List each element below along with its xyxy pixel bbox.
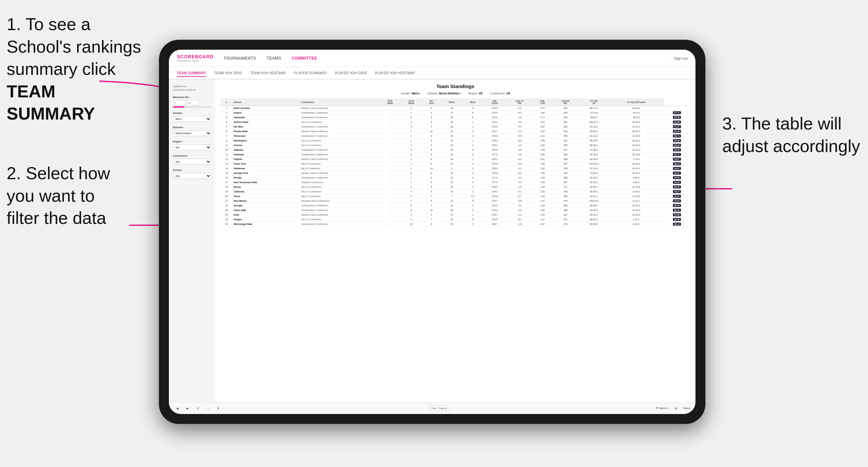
sign-out-button[interactable]: Sign out [674, 56, 687, 60]
share-icon-button[interactable]: ⬆ [215, 406, 222, 411]
filter-conference-select[interactable]: (All) [173, 159, 211, 165]
back-button[interactable]: ◀ [174, 406, 181, 411]
cell-school: Oregon [232, 217, 300, 222]
cell-rank: 8 [221, 138, 232, 143]
cell-conf-rank: 2 [401, 143, 422, 148]
refresh-button[interactable]: ↺ [195, 406, 202, 411]
cell-wins: 4 [462, 129, 483, 134]
table-row[interactable]: 6 Florida State Atlantic Coast Conferenc… [221, 129, 690, 134]
cell-vs25: 10-23-0 [609, 213, 664, 217]
score-badge: 91.27 [673, 125, 681, 128]
filter-division-select[interactable]: NCAA Division I NCAA Division II [173, 130, 211, 136]
table-row[interactable]: 8 Washington Pac-12 Conference - 2 8 23 … [221, 138, 690, 143]
cell-adj-par: -1.4 [506, 185, 533, 189]
table-row[interactable]: 2 Auburn Southeastern Conference - 1 9 2… [221, 111, 690, 115]
view-original-button[interactable]: View: Original [428, 405, 449, 411]
table-row[interactable]: 9 Arizona Pac-12 Conference - 2 8 23 2 2… [221, 143, 690, 148]
table-row[interactable]: 19 California Pac-12 Conference - 4 8 24… [221, 189, 690, 194]
tablet: SCOREBOARD Powered by clippd TOURNAMENTS… [159, 40, 705, 424]
min-rounds-input-1[interactable] [173, 100, 185, 105]
table-row[interactable]: 26 Mississippi State Southeastern Confer… [221, 222, 690, 226]
score-badge: 89.71 [673, 134, 681, 137]
table-row[interactable]: 20 Texas Big 12 Conference - 3 7 7 0.7 2… [221, 194, 690, 199]
cell-avg-par: 0.97 [533, 222, 552, 226]
sub-nav-player-h2h-grid[interactable]: PLAYER H2H GRID [335, 70, 367, 76]
nav-tournaments[interactable]: TOURNAMENTS [223, 55, 256, 62]
sub-nav-team-summary[interactable]: TEAM SUMMARY [177, 70, 206, 77]
table-row[interactable]: 24 Duke Atlantic Coast Conference - 5 9 … [221, 213, 690, 217]
cell-conference: Big 12 Conference [300, 166, 379, 171]
table-row[interactable]: 7 Tennessee Southeastern Conference - 4 … [221, 134, 690, 138]
table-row[interactable]: 18 Illinois Big Ten Conference - 1 9 23 … [221, 185, 690, 189]
conference-filter-summary: Conference: All [490, 92, 510, 95]
table-row[interactable]: 22 Georgia Southeastern Conference - 8 7… [221, 204, 690, 208]
cell-overall: 95-29-2 [579, 129, 609, 134]
cell-wins: 2 [462, 162, 483, 166]
table-row[interactable]: 17 East Tennessee State Southern Confere… [221, 180, 690, 185]
cell-conference: Southeastern Conference [300, 125, 379, 129]
cell-school: Florida State [232, 129, 300, 134]
sub-nav-team-h2h-grid[interactable]: TEAM H2H GRID [214, 70, 242, 76]
table-row[interactable]: 11 Arkansas Southeastern Conference - 4 … [221, 152, 690, 157]
filter-region-select[interactable]: N/A All [173, 145, 211, 150]
cell-no-tour: 8 [422, 222, 441, 226]
cell-adj-score: 276.9 [483, 148, 506, 152]
sub-nav-player-summary[interactable]: PLAYER SUMMARY [294, 70, 327, 76]
filter-gender-label: Gender [173, 112, 211, 115]
table-row[interactable]: 12 Virginia Atlantic Coast Conference - … [221, 157, 690, 162]
cell-avg-low: 267 [552, 180, 579, 185]
cell-conference: Atlantic Coast Conference [300, 129, 379, 134]
filter-school-select[interactable]: (All) [173, 173, 211, 179]
score-badge: 90.58 [673, 116, 681, 119]
watch-button[interactable]: 👁 Watch ▾ [656, 407, 669, 410]
cell-avg-par: 1.44 [533, 194, 552, 199]
table-row[interactable]: 21 New Mexico Mountain West Conference -… [221, 199, 690, 204]
filter-region: Region N/A All [173, 140, 211, 150]
cell-adj-par: -4.6 [506, 143, 533, 148]
cell-overall: 90-51-2 [579, 213, 609, 217]
cell-overall: 83-25-1 [579, 189, 609, 194]
forward-button[interactable]: ▶ [184, 406, 191, 411]
table-row[interactable]: 23 Texas A&M Southeastern Conference - 9… [221, 208, 690, 213]
cell-conf-rank: 5 [401, 213, 422, 217]
share-button[interactable]: Share [683, 407, 690, 410]
cell-school: Texas A&M [232, 208, 300, 213]
filter-division-label: Division [173, 126, 211, 129]
cell-rank: 12 [221, 157, 232, 162]
cell-conference: Atlantic Coast Conference [300, 157, 379, 162]
cell-overall: 86-25-1 [579, 138, 609, 143]
nav-teams[interactable]: TEAMS [267, 55, 281, 62]
step1-bold: TEAM SUMMARY [7, 82, 95, 124]
table-row[interactable]: 10 Alabama Southeastern Conference - 5 8… [221, 148, 690, 152]
cell-vs50-points: 90.16 [664, 180, 690, 185]
table-header-row: # School Conference RegRank ConfRank NoT… [221, 98, 690, 106]
cell-conference: Atlantic Coast Conference [300, 213, 379, 217]
table-row[interactable]: 4 Arizona State Pac-12 Conference - 1 8 … [221, 120, 690, 125]
table-row[interactable]: 3 Vanderbilt Southeastern Conference - 2… [221, 115, 690, 120]
filter-gender-select[interactable]: Men's Women's [173, 116, 211, 122]
table-row[interactable]: 5 Ole Miss Southeastern Conference - 3 6… [221, 125, 690, 129]
nav-committee[interactable]: COMMITTEE [292, 55, 317, 62]
cell-vs50-points: 89.29 [664, 129, 690, 134]
table-row[interactable]: 13 Texas Tech Big 12 Conference - 1 9 27… [221, 162, 690, 166]
cell-avg-par: 1.63 [533, 176, 552, 180]
cell-avg-low: 264 [552, 129, 579, 134]
table-row[interactable]: 16 Florida Southeastern Conference - 7 9… [221, 176, 690, 180]
cell-conference: Southeastern Conference [300, 208, 379, 213]
grid-icon-button[interactable]: ⊞ [673, 406, 679, 411]
score-badge: 89.34 [673, 185, 681, 188]
home-button[interactable]: ⌂ [205, 406, 211, 411]
table-row[interactable]: 15 Georgia Tech Atlantic Coast Conferenc… [221, 171, 690, 176]
cell-wins: 2 [462, 134, 483, 138]
sub-nav-player-h2h-heatmap[interactable]: PLAYER H2H HEATMAP [375, 70, 415, 76]
col-avg-low: Avg.Low [533, 98, 552, 106]
min-rounds-input-2[interactable] [187, 100, 199, 105]
filter-slider[interactable] [173, 106, 211, 107]
table-row[interactable]: 14 Oklahoma Big 12 Conference - 2 24 2 2… [221, 166, 690, 171]
table-row[interactable]: 1 North Carolina Atlantic Coast Conferen… [221, 106, 690, 111]
cell-adj-par: -3.6 [506, 148, 533, 152]
cell-overall: 88-17-0 [579, 106, 609, 111]
table-row[interactable]: 25 Oregon Pac-12 Conference - 5 7 21 0 2… [221, 217, 690, 222]
sub-nav-team-h2h-heatmap[interactable]: TEAM H2H HEATMAP [250, 70, 286, 76]
cell-adj-par: -6.0 [506, 111, 533, 115]
